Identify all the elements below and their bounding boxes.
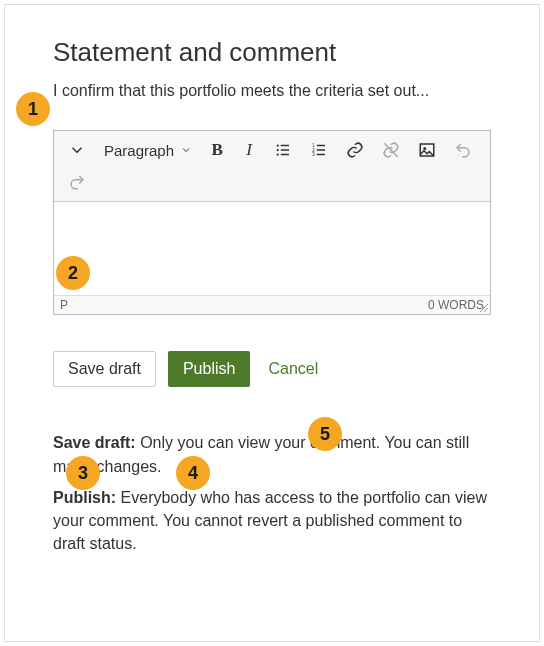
- svg-text:3: 3: [312, 152, 315, 157]
- undo-button[interactable]: [446, 135, 480, 165]
- link-button[interactable]: [338, 135, 372, 165]
- svg-rect-3: [281, 150, 289, 152]
- action-button-row: Save draft Publish Cancel: [53, 351, 491, 387]
- numbered-list-button[interactable]: 1 2 3: [302, 135, 336, 165]
- help-save-term: Save draft:: [53, 434, 136, 451]
- cancel-link[interactable]: Cancel: [268, 360, 318, 378]
- svg-point-14: [423, 147, 426, 150]
- annotation-callout-5: 5: [308, 417, 342, 451]
- svg-point-0: [277, 145, 279, 147]
- editor-textarea[interactable]: [54, 202, 490, 296]
- svg-rect-5: [281, 154, 289, 156]
- annotation-callout-2: 2: [56, 256, 90, 290]
- svg-rect-9: [317, 150, 325, 152]
- chevron-down-icon: [180, 144, 192, 156]
- redo-icon: [68, 173, 86, 191]
- bold-button[interactable]: B: [202, 135, 232, 165]
- help-publish-term: Publish:: [53, 489, 116, 506]
- svg-rect-7: [317, 145, 325, 147]
- editor-toolbar: Paragraph B I 1 2 3: [54, 131, 490, 202]
- svg-point-2: [277, 149, 279, 151]
- annotation-callout-1: 1: [16, 92, 50, 126]
- publish-button[interactable]: Publish: [168, 351, 250, 387]
- undo-icon: [454, 141, 472, 159]
- link-icon: [346, 141, 364, 159]
- italic-button[interactable]: I: [234, 135, 264, 165]
- editor-element-path: P: [60, 298, 68, 312]
- expand-toolbar-button[interactable]: [60, 135, 94, 165]
- format-dropdown[interactable]: Paragraph: [96, 138, 200, 163]
- chevron-down-icon: [68, 141, 86, 159]
- svg-point-4: [277, 154, 279, 156]
- unlink-button[interactable]: [374, 135, 408, 165]
- page-container: Statement and comment I confirm that thi…: [4, 4, 540, 642]
- bullet-list-icon: [274, 141, 292, 159]
- image-button[interactable]: [410, 135, 444, 165]
- annotation-callout-3: 3: [66, 456, 100, 490]
- section-heading: Statement and comment: [53, 37, 491, 68]
- italic-icon: I: [246, 140, 252, 160]
- svg-line-15: [480, 304, 488, 312]
- numbered-list-icon: 1 2 3: [310, 141, 328, 159]
- editor-statusbar: P 0 WORDS: [54, 296, 490, 314]
- svg-rect-11: [317, 154, 325, 156]
- resize-grip-icon[interactable]: [478, 302, 488, 312]
- editor-word-count: 0 WORDS: [428, 298, 484, 312]
- rich-text-editor: Paragraph B I 1 2 3: [53, 130, 491, 315]
- bold-icon: B: [211, 140, 222, 160]
- redo-button[interactable]: [60, 167, 94, 197]
- save-draft-button[interactable]: Save draft: [53, 351, 156, 387]
- help-publish: Publish: Everybody who has access to the…: [53, 486, 491, 556]
- help-save-draft: Save draft: Only you can view your comme…: [53, 431, 491, 477]
- svg-line-16: [484, 308, 488, 312]
- format-dropdown-label: Paragraph: [104, 142, 174, 159]
- help-publish-text: Everybody who has access to the portfoli…: [53, 489, 487, 552]
- intro-text: I confirm that this portfolio meets the …: [53, 80, 491, 102]
- image-icon: [418, 141, 436, 159]
- unlink-icon: [382, 141, 400, 159]
- bullet-list-button[interactable]: [266, 135, 300, 165]
- svg-rect-1: [281, 145, 289, 147]
- annotation-callout-4: 4: [176, 456, 210, 490]
